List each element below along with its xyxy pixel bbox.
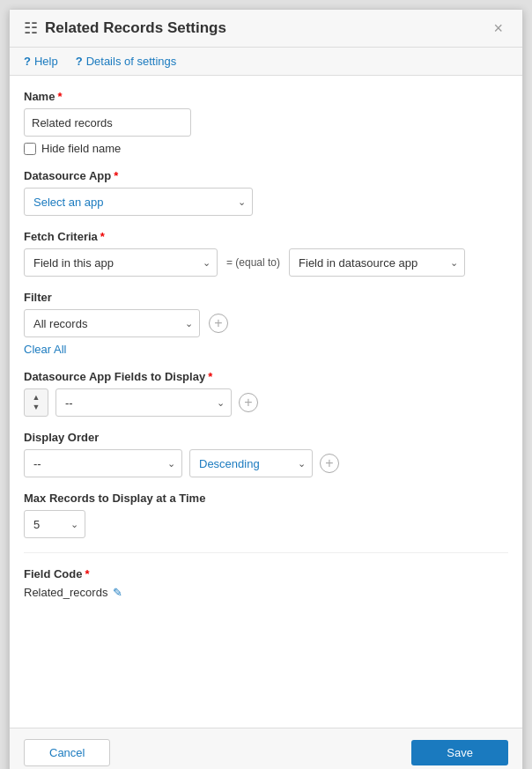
modal-body: Name* Hide field name Datasource App* Se… (10, 76, 522, 728)
filter-label: Filter (24, 291, 508, 304)
field-code-label: Field Code* (24, 567, 508, 580)
details-label: Details of settings (86, 55, 177, 68)
help-icon: ? (24, 55, 31, 68)
fetch-criteria-group: Fetch Criteria* Field in this app ⌄ = (e… (24, 230, 508, 277)
max-records-label: Max Records to Display at a Time (24, 492, 508, 505)
order-left-wrapper: -- ⌄ (24, 449, 182, 477)
help-label: Help (34, 55, 58, 68)
name-label: Name* (24, 90, 508, 103)
name-group: Name* Hide field name (24, 90, 508, 155)
datasource-required: * (114, 169, 118, 182)
fetch-left-select[interactable]: Field in this app (24, 248, 218, 277)
field-code-group: Field Code* Related_records ✎ (24, 567, 508, 599)
fields-sort-button[interactable]: ▲ ▼ (24, 388, 48, 417)
max-records-row: 5 10 20 50 ⌄ (24, 510, 508, 538)
max-select[interactable]: 5 10 20 50 (24, 510, 85, 538)
datasource-select[interactable]: Select an app (24, 188, 253, 216)
fields-select[interactable]: -- (55, 388, 232, 417)
cancel-button[interactable]: Cancel (24, 739, 110, 766)
name-required: * (57, 90, 62, 103)
field-code-text: Related_records (24, 586, 107, 599)
order-left-select[interactable]: -- (24, 449, 182, 477)
filter-select[interactable]: All records (24, 309, 200, 337)
hide-field-label[interactable]: Hide field name (41, 142, 121, 155)
order-right-select[interactable]: Descending Ascending (189, 449, 313, 477)
fields-display-group: Datasource App Fields to Display* ▲ ▼ --… (24, 370, 508, 417)
max-records-group: Max Records to Display at a Time 5 10 20… (24, 492, 508, 538)
fetch-right-wrapper: Field in datasource app ⌄ (289, 248, 465, 277)
modal-footer: Cancel Save (10, 728, 522, 769)
sort-up-icon: ▲ (33, 394, 41, 402)
fields-row: ▲ ▼ -- ⌄ + (24, 388, 508, 417)
filter-group: Filter All records ⌄ + Clear All (24, 291, 508, 356)
close-button[interactable]: × (488, 18, 508, 38)
fetch-criteria-label: Fetch Criteria* (24, 230, 508, 243)
fields-display-label: Datasource App Fields to Display* (24, 370, 508, 383)
fetch-required: * (100, 230, 105, 243)
fields-add-button[interactable]: + (239, 393, 258, 412)
fetch-left-wrapper: Field in this app ⌄ (24, 248, 218, 277)
fetch-criteria-row: Field in this app ⌄ = (equal to) Field i… (24, 248, 508, 277)
field-code-required: * (85, 567, 89, 580)
hide-field-checkbox[interactable] (24, 143, 36, 155)
display-order-row: -- ⌄ Descending Ascending ⌄ + (24, 449, 508, 477)
max-select-wrapper: 5 10 20 50 ⌄ (24, 510, 85, 538)
modal-container: ☷ Related Records Settings × ? Help ? De… (9, 9, 523, 769)
datasource-label: Datasource App* (24, 169, 508, 182)
divider (24, 552, 508, 553)
hide-field-row: Hide field name (24, 142, 508, 155)
filter-add-button[interactable]: + (209, 314, 228, 333)
display-order-label: Display Order (24, 431, 508, 444)
filter-row: All records ⌄ + (24, 309, 508, 337)
fetch-right-select[interactable]: Field in datasource app (289, 248, 465, 277)
help-bar: ? Help ? Details of settings (10, 48, 522, 76)
field-code-value-row: Related_records ✎ (24, 586, 508, 599)
edit-icon[interactable]: ✎ (113, 586, 122, 599)
order-add-button[interactable]: + (320, 454, 339, 473)
datasource-select-wrapper: Select an app ⌄ (24, 188, 253, 216)
fields-required: * (208, 370, 212, 383)
help-link[interactable]: ? Help (24, 55, 58, 68)
details-link[interactable]: ? Details of settings (76, 55, 177, 68)
details-icon: ? (76, 55, 83, 68)
clear-all-link[interactable]: Clear All (24, 343, 66, 356)
fields-select-wrapper: -- ⌄ (55, 388, 232, 417)
grid-icon: ☷ (24, 18, 38, 38)
modal-header: ☷ Related Records Settings × (10, 10, 522, 48)
datasource-group: Datasource App* Select an app ⌄ (24, 169, 508, 216)
filter-select-wrapper: All records ⌄ (24, 309, 200, 337)
name-input[interactable] (24, 108, 191, 137)
header-left: ☷ Related Records Settings (24, 18, 226, 38)
save-button[interactable]: Save (411, 740, 508, 765)
order-right-wrapper: Descending Ascending ⌄ (189, 449, 313, 477)
sort-down-icon: ▼ (33, 403, 41, 411)
display-order-group: Display Order -- ⌄ Descending Ascending … (24, 431, 508, 477)
modal-title: Related Records Settings (45, 19, 226, 37)
equals-label: = (equal to) (226, 256, 280, 269)
